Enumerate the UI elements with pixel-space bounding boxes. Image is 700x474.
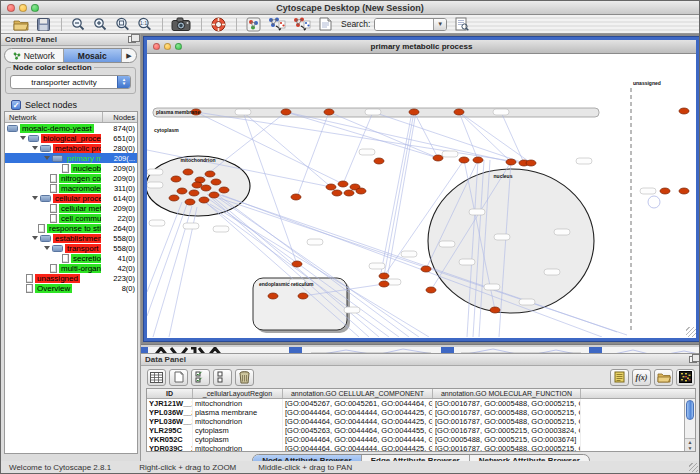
network-tree-header: Network Nodes [5,112,137,123]
col-go-cellular-component[interactable]: annotation.GO CELLULAR_COMPONENT [283,389,433,398]
table-scrollbar[interactable]: ▲▼ [684,399,695,451]
snapshot-camera-icon[interactable] [169,16,193,33]
new-attribute-icon[interactable] [169,369,188,386]
network-canvas[interactable]: plasma membranecytoplasmmitochondrionnuc… [147,54,696,337]
table-cell: [GO:0044464, GO:0044444, GO:0044425, G..… [283,408,433,417]
new-network-from-selected-nodes-icon[interactable] [265,16,288,33]
tree-row-node-count: 558(0) [101,234,137,243]
graph-node [205,171,215,177]
app-resize-grip[interactable] [689,463,698,472]
attribute-table-body: YJR121W__1mitochondrion[GO:0045267, GO:0… [147,399,695,452]
matrix-view-icon[interactable] [676,369,695,386]
delete-attribute-icon[interactable] [235,369,254,386]
scrollbar-arrows[interactable]: ▲▼ [685,438,695,451]
col-id[interactable]: ID [147,389,193,398]
tree-row-node-count: 41(0) [101,254,137,263]
function-builder-icon[interactable]: f(x) [632,369,651,386]
save-icon[interactable] [33,16,53,33]
table-cell: [GO:0045267, GO:0045261, GO:0044464, G..… [283,399,433,408]
table-row[interactable]: YDR039C__1mitochondrion[GO:0044464, GO:0… [147,444,695,452]
unselect-attributes-icon[interactable] [213,369,232,386]
window-resize-grip[interactable] [686,327,696,337]
disclosure-triangle-icon[interactable] [20,136,26,140]
table-cell: YPL036W__1 [147,417,193,426]
tree-row-label: cellular metabo [59,204,101,213]
select-nodes-checkbox[interactable]: ✓ [11,100,21,110]
tabs-overflow-button[interactable]: ▶ [122,49,136,62]
tree-row-label: biological_process [41,134,101,143]
tree-row[interactable]: metabolic process280(0) [5,143,137,153]
tree-row[interactable]: secretion41(0) [5,253,137,263]
node-label-chip [149,220,165,226]
tree-row[interactable]: multi-organism pro42(0) [5,263,137,273]
tree-row[interactable]: nitrogen compo209(0) [5,173,137,183]
tree-row[interactable]: establishment of lo558(0) [5,233,137,243]
zoom-selected-icon[interactable] [112,16,132,33]
search-input[interactable] [375,19,433,30]
tab-mosaic[interactable]: Mosaic [64,49,123,62]
annotation-doc-icon[interactable] [315,16,335,33]
tree-row[interactable]: nucleobase-209(0) [5,163,137,173]
disclosure-triangle-icon[interactable] [44,246,50,250]
new-network-from-selected-edges-icon[interactable] [290,16,313,33]
tab-network[interactable]: Network [5,49,64,62]
tree-row[interactable]: cellular metabo209(0) [5,203,137,213]
node-label-chip [484,284,500,290]
folder-icon [28,135,39,142]
zoom-fit-icon[interactable]: 1:1 [134,16,154,33]
node-label-chip [459,259,475,265]
table-cell [581,426,695,435]
search-dropdown-icon[interactable]: ▼ [433,19,446,30]
disclosure-triangle-icon[interactable] [32,146,38,150]
node-label-chip [183,223,199,229]
graph-edge [459,112,511,162]
tree-row-label: nucleobase- [71,164,101,173]
app-titlebar: Cytoscape Desktop (New Session) [1,1,699,15]
tree-row[interactable]: unassigned223(0) [5,273,137,283]
attribute-notes-icon[interactable] [610,369,629,386]
vizmapper-grid-icon[interactable] [243,16,263,33]
import-attributes-icon[interactable] [654,369,673,386]
tree-row[interactable]: transport558(0) [5,243,137,253]
tree-row[interactable]: mosaic-demo-yeast874(0) [5,123,137,133]
attribute-table-header: ID _cellularLayoutRegion annotation.GO C… [147,389,695,399]
float-panel-icon[interactable] [128,36,136,43]
scrollbar-thumb[interactable] [686,400,694,420]
tree-row[interactable]: cell communicat22(0) [5,213,137,223]
network-view-window[interactable]: primary metabolic process plasma membran… [144,37,699,341]
node-color-attribute-combobox[interactable]: transporter activity ▲▼ [10,75,131,89]
tree-row[interactable]: Overview8(0) [5,283,137,293]
tree-row[interactable]: biological_process651(0) [5,133,137,143]
tree-row[interactable]: macromolecule311(0) [5,183,137,193]
col-go-molecular-function[interactable]: annotation.GO MOLECULAR_FUNCTION [433,389,581,398]
help-lifesaver-icon[interactable] [208,16,228,33]
disclosure-triangle-icon[interactable] [32,196,38,200]
attribute-table-icon[interactable] [147,369,166,386]
zoom-out-icon[interactable] [68,16,88,33]
tree-row[interactable]: cellular process614(0) [5,193,137,203]
node-label-chip [307,239,323,245]
disclosure-triangle-icon[interactable] [32,236,38,240]
table-row[interactable]: YKR052Ccytoplasm[GO:0044464, GO:0044446,… [147,435,695,444]
graph-node [199,197,209,203]
table-row[interactable]: YJR121W__1mitochondrion[GO:0045267, GO:0… [147,399,695,408]
network-tree-panel: Network Nodes mosaic-demo-yeast874(0)bio… [4,111,138,454]
select-attributes-icon[interactable] [191,369,210,386]
tree-row[interactable]: primary metabo209(... [5,153,137,163]
float-panel-icon[interactable] [689,356,697,363]
graph-node [454,109,464,115]
table-row[interactable]: YPL036W__1mitochondrion[GO:0044464, GO:0… [147,417,695,426]
select-nodes-row: ✓ Select nodes [11,100,140,110]
tree-row[interactable]: response to stimulu264(0) [5,223,137,233]
zoom-in-icon[interactable] [90,16,110,33]
tree-row-node-count: 614(0) [101,194,137,203]
combobox-value: transporter activity [11,76,117,88]
open-folder-icon[interactable] [11,16,31,33]
graph-node [169,195,179,201]
enhanced-search-config-icon[interactable] [452,16,472,33]
table-row[interactable]: YPL036W__2plasma membrane[GO:0044464, GO… [147,408,695,417]
mdi-desktop: primary metabolic process plasma membran… [141,34,700,463]
disclosure-triangle-icon[interactable] [44,156,50,160]
table-row[interactable]: YLR295Ccytoplasm[GO:0045263, GO:0044464,… [147,426,695,435]
col-cellular-layout-region[interactable]: _cellularLayoutRegion [193,389,283,398]
